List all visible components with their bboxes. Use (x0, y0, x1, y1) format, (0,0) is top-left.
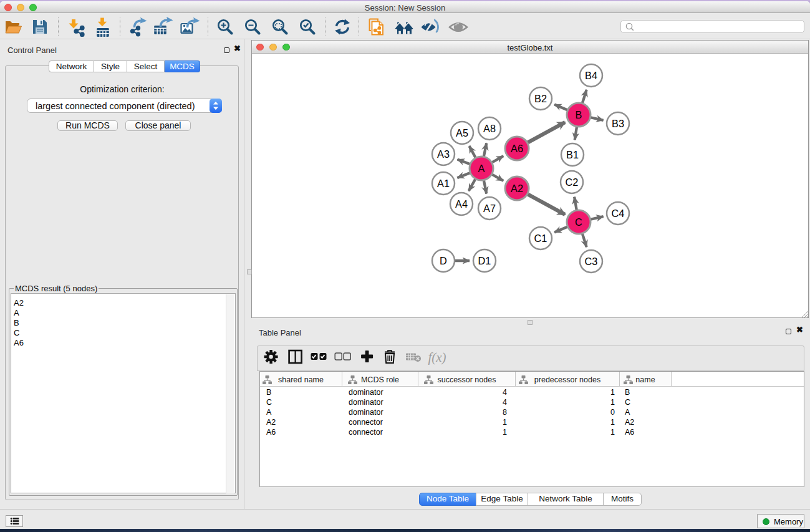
svg-text:A8: A8 (483, 123, 496, 134)
svg-text:D: D (440, 255, 447, 266)
svg-text:A7: A7 (483, 203, 496, 214)
svg-text:A2: A2 (511, 183, 523, 194)
svg-text:A4: A4 (455, 198, 468, 210)
svg-text:C3: C3 (585, 256, 598, 267)
svg-text:B4: B4 (585, 70, 597, 81)
svg-text:C1: C1 (534, 233, 547, 244)
svg-text:A5: A5 (456, 127, 468, 138)
svg-text:B3: B3 (612, 118, 624, 129)
svg-text:C4: C4 (612, 208, 625, 219)
svg-text:C: C (575, 216, 582, 228)
svg-text:A1: A1 (437, 178, 450, 189)
svg-text:C2: C2 (566, 177, 579, 188)
svg-text:B2: B2 (534, 93, 547, 104)
svg-text:A6: A6 (511, 143, 523, 154)
svg-text:B: B (576, 109, 582, 120)
svg-text:A: A (478, 163, 485, 174)
svg-text:B1: B1 (566, 149, 579, 160)
svg-text:f(x): f(x) (428, 350, 446, 365)
svg-text:D1: D1 (478, 255, 491, 266)
svg-text:A3: A3 (437, 148, 450, 160)
